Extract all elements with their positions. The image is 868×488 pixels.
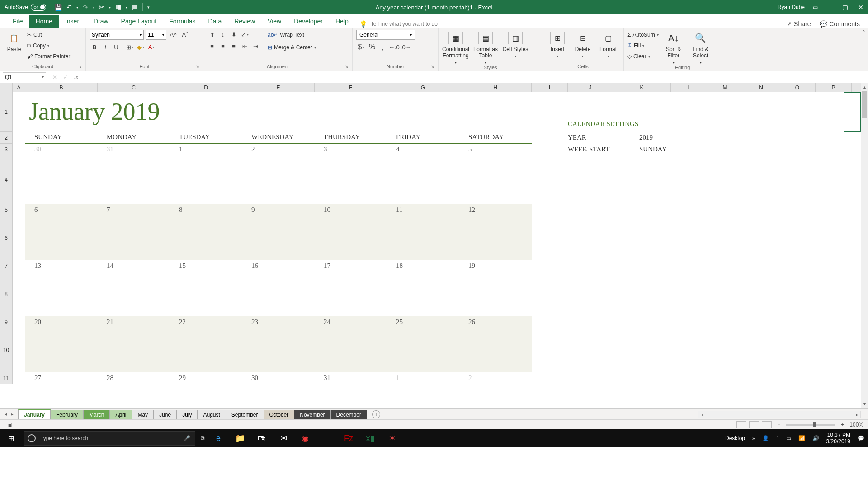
cancel-icon[interactable]: ✕ (52, 74, 57, 80)
shrink-font-icon[interactable]: A˘ (180, 30, 190, 39)
align-bottom-icon[interactable]: ⬇ (229, 30, 239, 39)
format-painter-button[interactable]: 🖌Format Painter (27, 52, 70, 61)
column-header[interactable]: B (25, 83, 98, 92)
day-number[interactable]: 14 (107, 262, 113, 270)
column-header[interactable]: P (816, 83, 852, 92)
day-number[interactable]: 25 (396, 318, 403, 326)
formula-input[interactable] (78, 72, 868, 82)
minimize-icon[interactable]: ― (826, 4, 832, 11)
normal-view-icon[interactable] (736, 421, 746, 428)
tab-page-layout[interactable]: Page Layout (115, 15, 163, 28)
align-middle-icon[interactable]: ↕ (218, 30, 228, 39)
merge-center-button[interactable]: ⊟Merge & Center (268, 42, 316, 52)
day-number[interactable]: 28 (107, 374, 113, 382)
fill-color-button[interactable]: ◆ (136, 42, 146, 52)
column-header[interactable]: M (707, 83, 743, 92)
week-row[interactable] (25, 316, 532, 372)
dialog-launcher-icon[interactable]: ↘ (78, 64, 82, 69)
share-button[interactable]: ↗ Share (787, 20, 811, 28)
select-all-corner[interactable] (0, 83, 13, 92)
day-number[interactable]: 20 (34, 318, 41, 326)
year-value[interactable]: 2019 (639, 134, 653, 141)
sheet-tab[interactable]: November (294, 410, 330, 419)
save-icon[interactable]: 💾 (54, 4, 62, 11)
sheet-tab[interactable]: March (83, 410, 110, 419)
font-name-select[interactable]: Sylfaen▾ (90, 30, 144, 40)
conditional-formatting-button[interactable]: ▦Conditional Formatting▾ (442, 30, 469, 65)
day-number[interactable]: 27 (34, 374, 41, 382)
column-header[interactable]: G (387, 83, 459, 92)
qat-icon[interactable]: ✂ (99, 4, 104, 11)
horizontal-scrollbar[interactable]: ◂ ▸ (698, 411, 861, 418)
sort-filter-button[interactable]: A↓Sort & Filter▾ (661, 30, 686, 65)
align-right-icon[interactable]: ≡ (229, 42, 239, 51)
enter-icon[interactable]: ✓ (63, 74, 68, 80)
day-number[interactable]: 11 (396, 206, 402, 214)
comma-icon[interactable]: , (378, 42, 388, 52)
qat-more-icon[interactable]: ▾ (147, 5, 150, 9)
start-button[interactable]: ⊞ (0, 434, 22, 443)
record-macro-icon[interactable]: ▣ (7, 422, 12, 428)
people-icon[interactable]: 👤 (762, 435, 769, 441)
column-header[interactable]: N (743, 83, 779, 92)
indent-inc-icon[interactable]: ⇥ (250, 42, 260, 51)
qat-icon[interactable]: ▦ (115, 4, 121, 11)
align-center-icon[interactable]: ≡ (218, 42, 228, 51)
page-break-view-icon[interactable] (762, 421, 772, 428)
clock[interactable]: 10:37 PM 3/20/2019 (826, 432, 850, 445)
edge-icon[interactable]: e (213, 434, 224, 443)
paste-button[interactable]: 📋 Paste▾ (4, 30, 24, 58)
column-header[interactable]: I (532, 83, 568, 92)
sheet-tab[interactable]: June (153, 410, 177, 419)
column-header[interactable]: K (613, 83, 671, 92)
undo-icon[interactable]: ↶ (66, 4, 72, 11)
day-number[interactable]: 29 (179, 374, 186, 382)
name-box[interactable]: Q1▾ (3, 72, 46, 82)
day-number[interactable]: 16 (251, 262, 258, 270)
currency-icon[interactable]: $ (356, 42, 366, 52)
decrease-decimal-icon[interactable]: .0→ (401, 42, 411, 52)
tab-formulas[interactable]: Formulas (163, 15, 202, 28)
column-header[interactable]: L (671, 83, 707, 92)
format-cells-button[interactable]: ▢Format▾ (597, 30, 619, 58)
new-sheet-button[interactable]: + (372, 410, 380, 418)
scroll-right-icon[interactable]: ▸ (853, 412, 860, 417)
column-header[interactable]: D (170, 83, 242, 92)
day-number[interactable]: 12 (468, 206, 475, 214)
sheet-tab[interactable]: October (264, 410, 295, 419)
day-number[interactable]: 22 (179, 318, 186, 326)
day-number[interactable]: 8 (179, 206, 183, 214)
day-number[interactable]: 13 (34, 262, 41, 270)
bold-button[interactable]: B (90, 42, 99, 52)
day-number[interactable]: 23 (251, 318, 258, 326)
column-header[interactable]: H (459, 83, 532, 92)
tab-home[interactable]: Home (29, 15, 59, 28)
dialog-launcher-icon[interactable]: ↘ (196, 64, 199, 69)
column-header[interactable]: A (13, 83, 25, 92)
mic-icon[interactable]: 🎤 (184, 435, 190, 441)
tray-overflow-icon[interactable]: » (752, 436, 755, 441)
taskbar-search[interactable]: Type here to search 🎤 (24, 431, 195, 446)
sheet-tab[interactable]: April (109, 410, 132, 419)
format-as-table-button[interactable]: ▤Format as Table▾ (472, 30, 499, 65)
day-number[interactable]: 18 (396, 262, 403, 270)
collapse-ribbon-icon[interactable]: ˄ (863, 30, 865, 36)
day-number[interactable]: 31 (107, 145, 113, 153)
column-header[interactable]: E (242, 83, 315, 92)
underline-button[interactable]: U (111, 42, 121, 52)
day-number[interactable]: 2 (251, 145, 255, 153)
day-number[interactable]: 9 (251, 206, 255, 214)
wrap-text-button[interactable]: ab↵Wrap Text (268, 30, 316, 40)
align-top-icon[interactable]: ⬆ (207, 30, 217, 39)
scroll-down-icon[interactable]: ▾ (861, 400, 868, 408)
sheet-tab[interactable]: September (226, 410, 264, 419)
action-center-icon[interactable]: 💬 (858, 435, 864, 441)
row-header[interactable]: 11 (0, 372, 12, 384)
day-number[interactable]: 31 (324, 374, 330, 382)
tab-file[interactable]: File (6, 15, 29, 28)
redo-icon[interactable]: ↷ (83, 4, 88, 11)
day-number[interactable]: 19 (468, 262, 475, 270)
desktop-label[interactable]: Desktop (725, 435, 745, 441)
dialog-launcher-icon[interactable]: ↘ (431, 64, 434, 69)
tab-developer[interactable]: Developer (288, 15, 329, 28)
